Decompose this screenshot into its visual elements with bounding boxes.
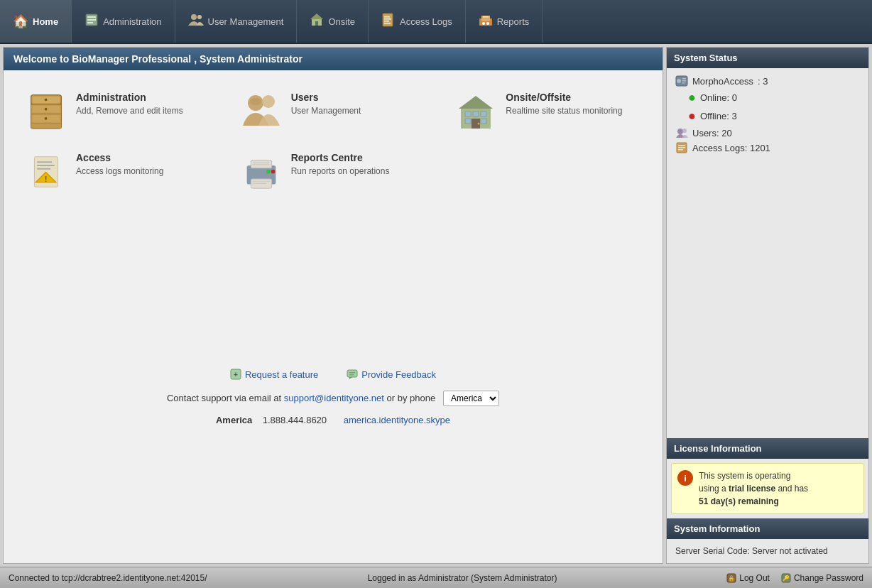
svg-rect-9 — [383, 13, 393, 26]
system-info-title: System Information — [674, 523, 760, 534]
svg-rect-10 — [384, 16, 390, 18]
svg-rect-38 — [465, 119, 471, 124]
onsite-icon — [310, 13, 324, 31]
logout-button[interactable]: 🔒 Log Out — [726, 573, 770, 583]
welcome-message: Welcome to BioManager Professional , Sys… — [13, 53, 303, 65]
svg-point-32 — [250, 98, 261, 105]
offline-status: ● Offline: 3 — [688, 109, 860, 124]
nav-onsite[interactable]: Onsite — [297, 0, 369, 43]
users-status-icon — [675, 127, 688, 138]
nav-reports[interactable]: Reports — [466, 0, 543, 43]
svg-rect-8 — [315, 21, 318, 26]
status-connection: Connected to tcp://dcrabtree2.identityon… — [9, 573, 368, 583]
license-text: This system is operating using a trial l… — [699, 469, 808, 508]
svg-point-64 — [677, 79, 681, 83]
svg-text:🔑: 🔑 — [783, 575, 790, 582]
card-access[interactable]: ! Access Access logs monitoring — [18, 145, 219, 198]
svg-rect-54 — [253, 183, 266, 183]
svg-rect-13 — [384, 23, 391, 24]
svg-rect-36 — [473, 111, 479, 116]
online-label: Online: 0 — [700, 92, 737, 103]
phone-number: 1.888.444.8620 — [263, 415, 327, 425]
card-administration-text: Administration Add, Remove and edit item… — [76, 92, 183, 117]
card-onsite[interactable]: Onsite/Offsite Realtime site status moni… — [447, 85, 648, 138]
administration-icon — [85, 13, 99, 31]
provide-feedback-label: Provide Feedback — [361, 369, 436, 380]
support-line: Contact support via email at support@ide… — [18, 391, 648, 406]
morpho-count: : 3 — [758, 76, 768, 87]
online-dot: ● — [688, 90, 696, 105]
license-section: License Information i This system is ope… — [667, 438, 868, 518]
system-info-header: System Information — [667, 518, 868, 539]
card-onsite-desc: Realtime site status monitoring — [506, 105, 622, 117]
nav-user-management[interactable]: User Management — [175, 0, 298, 43]
support-email-link[interactable]: support@identityone.net — [284, 393, 387, 403]
skype-label: america.identityone.skype — [344, 415, 450, 425]
card-reports-text: Reports Centre Run reports on operations — [291, 152, 390, 178]
svg-text:!: ! — [45, 174, 48, 183]
user-management-icon — [188, 13, 204, 31]
card-access-text: Access Access logs monitoring — [76, 152, 163, 178]
svg-rect-2 — [87, 19, 96, 21]
card-users[interactable]: Users User Management — [233, 85, 434, 138]
card-administration[interactable]: Administration Add, Remove and edit item… — [18, 85, 219, 138]
license-header: License Information — [667, 438, 868, 459]
card-reports-desc: Run reports on operations — [291, 165, 390, 178]
svg-marker-34 — [459, 96, 493, 109]
svg-rect-71 — [678, 145, 685, 146]
nav-user-management-label: User Management — [208, 16, 284, 27]
status-logged-in: Logged in as Administrator (System Admin… — [368, 573, 727, 583]
license-title: License Information — [674, 443, 762, 454]
license-days: 51 day(s) remaining — [699, 496, 779, 506]
svg-rect-44 — [37, 165, 55, 166]
access-logs-status-label: Access Logs: 1201 — [692, 143, 770, 153]
status-bar: Connected to tcp://dcrabtree2.identityon… — [0, 567, 872, 588]
change-password-label: Change Password — [794, 573, 863, 583]
svg-rect-39 — [481, 119, 486, 124]
offline-dot: ● — [688, 109, 696, 124]
card-onsite-title: Onsite/Offsite — [506, 92, 622, 103]
nav-access-logs-label: Access Logs — [400, 16, 452, 27]
svg-point-41 — [478, 122, 480, 124]
system-info-section: System Information Server Serial Code: S… — [667, 518, 868, 563]
svg-text:🔒: 🔒 — [728, 575, 735, 582]
svg-rect-35 — [465, 111, 471, 116]
cards-grid: Administration Add, Remove and edit item… — [18, 85, 648, 198]
card-users-icon — [240, 92, 283, 131]
svg-rect-73 — [678, 149, 683, 151]
logout-label: Log Out — [739, 573, 770, 583]
access-logs-status-icon — [675, 142, 688, 153]
status-spacer — [667, 164, 868, 438]
request-feature-link[interactable]: + Request a feature — [230, 369, 318, 380]
change-password-button[interactable]: 🔑 Change Password — [781, 573, 863, 583]
card-reports[interactable]: Reports Centre Run reports on operations — [233, 145, 434, 198]
svg-rect-43 — [37, 161, 52, 163]
svg-marker-7 — [310, 13, 323, 19]
license-line3: and has — [775, 484, 808, 494]
content-area: Welcome to BioManager Professional , Sys… — [3, 47, 663, 564]
request-feature-icon: + — [230, 369, 241, 380]
svg-rect-37 — [481, 111, 486, 116]
svg-rect-50 — [253, 162, 270, 163]
svg-point-28 — [45, 107, 48, 110]
system-status-header: System Status — [667, 48, 868, 68]
svg-point-56 — [271, 169, 275, 173]
svg-point-69 — [682, 129, 687, 133]
nav-administration[interactable]: Administration — [72, 0, 175, 43]
skype-link[interactable]: america.identityone.skype — [344, 415, 450, 425]
system-status-title: System Status — [674, 53, 738, 63]
svg-point-68 — [677, 129, 683, 134]
svg-point-29 — [45, 117, 48, 120]
card-reports-icon — [240, 152, 283, 191]
support-or-text: or by phone — [387, 393, 436, 403]
license-body: i This system is operating using a trial… — [671, 463, 864, 514]
home-icon: 🏠 — [13, 13, 28, 29]
nav-onsite-label: Onsite — [328, 16, 355, 27]
card-administration-title: Administration — [76, 92, 183, 103]
offline-label: Offline: 3 — [700, 111, 737, 121]
svg-point-17 — [486, 22, 489, 25]
nav-home[interactable]: 🏠 Home — [0, 0, 72, 43]
region-select[interactable]: America — [443, 391, 499, 406]
nav-access-logs[interactable]: Access Logs — [369, 0, 466, 43]
provide-feedback-link[interactable]: Provide Feedback — [347, 369, 436, 380]
